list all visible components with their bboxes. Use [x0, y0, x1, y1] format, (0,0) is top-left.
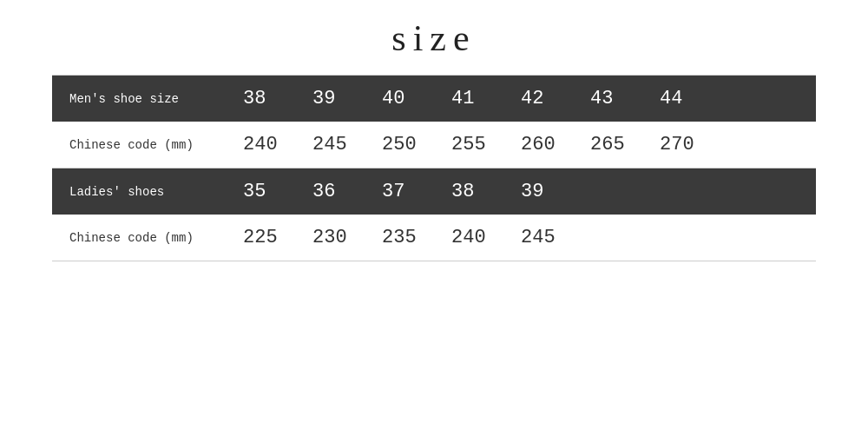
size-cell-ladies-shoe-size-0: 35 [243, 181, 312, 202]
size-cell-ladies-shoe-size-3: 38 [451, 181, 521, 202]
divider-bottom [52, 261, 816, 261]
page-container: size Men's shoe size38394041424344Chines… [0, 0, 868, 436]
size-cell-mens-shoe-size-6: 44 [660, 88, 729, 109]
size-cell-mens-chinese-code-1: 245 [312, 134, 382, 155]
size-cell-mens-chinese-code-2: 250 [382, 134, 451, 155]
size-cell-mens-shoe-size-4: 42 [521, 88, 590, 109]
row-label-mens-shoe-size: Men's shoe size [69, 92, 243, 106]
size-cell-ladies-chinese-code-0: 225 [243, 227, 312, 248]
table-row-mens-shoe-size: Men's shoe size38394041424344 [52, 76, 816, 122]
table-row-mens-chinese-code: Chinese code (mm)240245250255260265270 [52, 122, 816, 168]
size-cell-mens-chinese-code-3: 255 [451, 134, 521, 155]
size-cell-ladies-chinese-code-3: 240 [451, 227, 521, 248]
row-label-ladies-shoe-size: Ladies' shoes [69, 185, 243, 199]
size-cell-ladies-shoe-size-1: 36 [312, 181, 382, 202]
size-cell-ladies-shoe-size-2: 37 [382, 181, 451, 202]
size-cell-ladies-chinese-code-1: 230 [312, 227, 382, 248]
row-label-ladies-chinese-code: Chinese code (mm) [69, 231, 243, 245]
size-cell-mens-shoe-size-2: 40 [382, 88, 451, 109]
table-row-ladies-shoe-size: Ladies' shoes3536373839 [52, 168, 816, 215]
size-cell-ladies-chinese-code-2: 235 [382, 227, 451, 248]
size-table: Men's shoe size38394041424344Chinese cod… [52, 76, 816, 261]
size-cell-ladies-chinese-code-4: 245 [521, 227, 590, 248]
size-cell-mens-shoe-size-5: 43 [590, 88, 660, 109]
page-title: size [391, 17, 476, 59]
size-cell-mens-chinese-code-5: 265 [590, 134, 660, 155]
size-cell-mens-chinese-code-0: 240 [243, 134, 312, 155]
size-cell-mens-chinese-code-4: 260 [521, 134, 590, 155]
row-label-mens-chinese-code: Chinese code (mm) [69, 138, 243, 152]
size-cell-ladies-shoe-size-4: 39 [521, 181, 590, 202]
size-cell-mens-shoe-size-0: 38 [243, 88, 312, 109]
size-cell-mens-shoe-size-3: 41 [451, 88, 521, 109]
table-row-ladies-chinese-code: Chinese code (mm)225230235240245 [52, 215, 816, 261]
size-cell-mens-shoe-size-1: 39 [312, 88, 382, 109]
size-cell-mens-chinese-code-6: 270 [660, 134, 729, 155]
